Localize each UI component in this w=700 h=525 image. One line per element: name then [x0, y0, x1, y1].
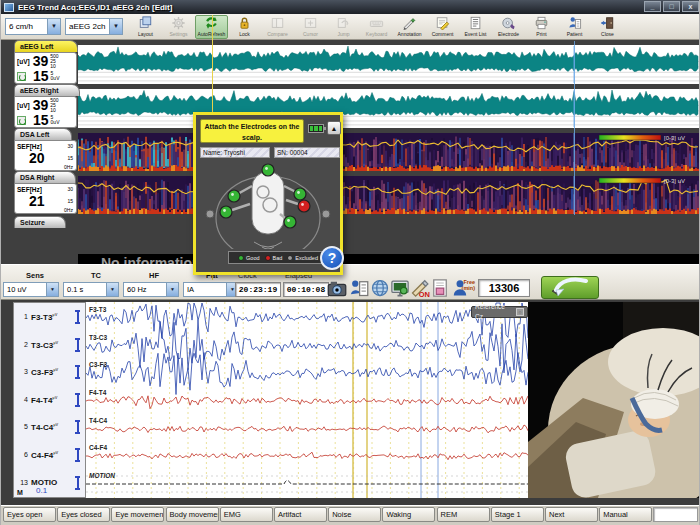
pencil-on-icon[interactable]: ON [410, 278, 430, 298]
panel-settings-icon[interactable] [17, 116, 26, 125]
flag-page-icon[interactable] [430, 278, 450, 298]
comment-icon [435, 16, 450, 30]
jump-icon [336, 16, 351, 30]
annotation-button-manual[interactable]: Manual [599, 507, 652, 522]
panel-settings-icon[interactable] [17, 72, 26, 81]
scale-bracket-icon [75, 476, 80, 490]
patient-button[interactable]: Patient [558, 15, 591, 39]
lock-button[interactable]: Lock [228, 15, 261, 39]
close-button[interactable]: Close [591, 15, 624, 39]
aeeg-left-scale: [uV] 39 5002510 15 50uV [14, 52, 77, 84]
collapse-up-button[interactable]: ▲ [327, 121, 341, 135]
battery-icon [308, 124, 324, 133]
dsa-left-scale: SEF[Hz] 30 20 15 0Hz [14, 140, 77, 171]
annotation-button-bar: Eyes openEyes closedEye movementBody mov… [1, 505, 700, 525]
speed-dropdown[interactable]: 6 cm/h ▼ [5, 18, 61, 35]
channel-row-c3-f3[interactable]: 3C3-F3µV [14, 359, 85, 386]
annotation-button-eye-movement[interactable]: Eye movement [111, 507, 164, 522]
aeeg-right-trend-plot[interactable] [78, 89, 699, 128]
toolbar-button-label: Patient [567, 31, 583, 37]
annotation-button[interactable]: Annotation [393, 15, 426, 39]
pat-select[interactable]: IA▼ [183, 282, 239, 297]
eeg-application-window: EEG Trend Acq:EEG,ID1 aEEG 2ch [Edit] _ … [0, 0, 700, 525]
layout-button[interactable]: Layout [129, 15, 162, 39]
popup-title: Attach the Electrodes on the scalp. [200, 119, 304, 143]
eventlist-icon [468, 16, 483, 30]
trace-label: MOTION [89, 472, 115, 479]
cursor-icon [303, 16, 318, 30]
patient-name-field: Name: Tryoshi [200, 147, 270, 158]
channel-row-f4-t4[interactable]: 4F4-T4µV [14, 387, 85, 414]
badge-close-icon[interactable]: ○ [516, 308, 524, 316]
annotation-button-next[interactable]: Next [545, 507, 598, 522]
elapsed-value: 00:10:08 [283, 282, 329, 297]
dsa-right-trend-plot[interactable]: [0-3] uV [78, 176, 699, 214]
field-label-tc: TC [91, 271, 101, 280]
toolbar-button-label: Jump [337, 31, 349, 37]
svg-text:[0-3] uV: [0-3] uV [664, 135, 685, 141]
clock-value: 20:23:19 [235, 282, 281, 297]
comment-button[interactable]: Comment [426, 15, 459, 39]
tab-seizure[interactable]: Seizure [14, 216, 66, 228]
eeg-section: M 1F3-T3µV2T3-C3µV3C3-F3µV4F4-T4µV5T4-C4… [1, 300, 700, 505]
electrode-button[interactable]: Electrode [492, 15, 525, 39]
hf-select[interactable]: 60 Hz▼ [123, 282, 179, 297]
tab-dsa-right[interactable]: DSA Right [14, 171, 76, 183]
channel-label: C4-F4µV [31, 450, 58, 460]
scale-bracket-icon [75, 448, 80, 462]
aeeg-left-trend-plot[interactable] [78, 45, 699, 84]
legend-dot-icon [238, 255, 244, 261]
event-list-button[interactable]: Event List [459, 15, 492, 39]
channel-label: T4-C4µV [31, 422, 58, 432]
person-icon[interactable] [450, 278, 470, 298]
globe-icon[interactable] [370, 278, 390, 298]
chevron-down-icon: ▼ [166, 283, 178, 296]
annotation-button-rem[interactable]: REM [437, 507, 490, 522]
help-button[interactable]: ? [320, 246, 344, 270]
annotation-button-emg[interactable]: EMG [220, 507, 273, 522]
legend-item: Bad [265, 255, 283, 261]
scale-bracket-icon [75, 310, 80, 324]
annotation-extra-box[interactable] [653, 507, 698, 522]
channel-row-t3-c3[interactable]: 2T3-C3µV [14, 332, 85, 359]
sens-select[interactable]: 10 uV▼ [3, 282, 59, 297]
annotation-button-stage-1[interactable]: Stage 1 [491, 507, 544, 522]
eeg-waveform-plot[interactable]: Reference Cz ○ F3-T3T3-C3C3-F3F4-T4T4-C4… [86, 302, 528, 498]
annotation-button-eyes-open[interactable]: Eyes open [3, 507, 56, 522]
camera-icon[interactable] [327, 278, 347, 298]
reference-badge: Reference Cz ○ [471, 306, 528, 318]
channel-row-motio[interactable]: 13MOTIO0.1 [14, 470, 85, 497]
channel-sensitivity: 0.1 [36, 486, 47, 495]
tab-aeeg-right[interactable]: aEEG Right [14, 84, 80, 96]
annotation-button-waking[interactable]: Waking [382, 507, 435, 522]
annotation-button-body-movement[interactable]: Body movement [166, 507, 219, 522]
print-button[interactable]: Print [525, 15, 558, 39]
toolbar-button-label: Close [601, 31, 614, 37]
serial-number-field: SN: 00004 [274, 147, 340, 158]
settings-icon [171, 16, 186, 30]
channel-row-t4-c4[interactable]: 5T4-C4µV [14, 414, 85, 441]
tc-select[interactable]: 0.1 s▼ [63, 282, 119, 297]
compare-icon [270, 16, 285, 30]
channel-number: 5 [16, 423, 28, 430]
patient-video[interactable] [528, 302, 699, 498]
keyboard-button: Keyboard [360, 15, 393, 39]
close-window-button[interactable]: x [682, 1, 699, 12]
main-toolbar: 6 cm/h ▼ aEEG 2ch ▼ LayoutSettingsAutoRe… [1, 14, 700, 40]
channel-row-c4-f4[interactable]: 6C4-F4µV [14, 442, 85, 469]
annotation-button-eyes-closed[interactable]: Eyes closed [57, 507, 110, 522]
acquisition-toolbar: Free (min) 13306 Sens10 uV▼TC0.1 s▼HF60 … [1, 264, 700, 300]
dsa-left-trend-plot[interactable]: [0-3] uV [78, 133, 699, 171]
eeg-channel-gutter: M 1F3-T3µV2T3-C3µV3C3-F3µV4F4-T4µV5T4-C4… [13, 302, 86, 498]
tab-aeeg-left[interactable]: aEEG Left [14, 40, 78, 52]
maximize-button[interactable]: □ [663, 1, 680, 12]
mode-dropdown[interactable]: aEEG 2ch ▼ [65, 18, 123, 35]
monitor-icon[interactable] [390, 278, 410, 298]
tab-dsa-left[interactable]: DSA Left [14, 128, 72, 140]
annotation-button-artifact[interactable]: Artifact [274, 507, 327, 522]
minimize-button[interactable]: _ [644, 1, 661, 12]
annotation-button-noise[interactable]: Noise [328, 507, 381, 522]
store-button[interactable] [541, 276, 599, 299]
channel-row-f3-t3[interactable]: 1F3-T3µV [14, 304, 85, 331]
patient-notes-icon[interactable] [349, 278, 369, 298]
